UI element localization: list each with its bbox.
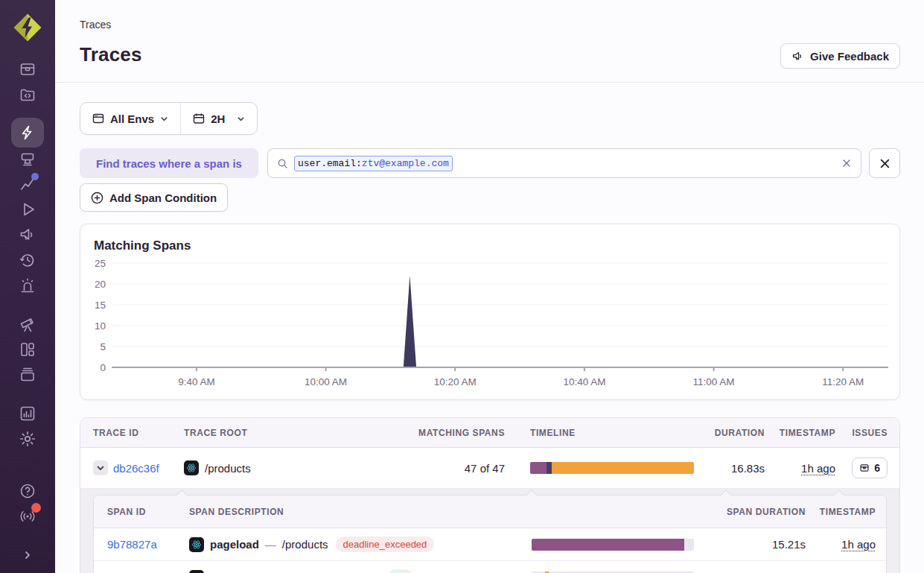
svg-text:11:00 AM: 11:00 AM bbox=[693, 376, 735, 387]
plus-circle-icon bbox=[91, 191, 103, 204]
notification-dot-blue bbox=[31, 173, 39, 180]
span-id-link[interactable]: 9b78827a bbox=[107, 538, 157, 551]
span-row: b7a7e441 GO http.server — GET /organizat… bbox=[94, 561, 886, 573]
give-feedback-label: Give Feedback bbox=[810, 50, 889, 63]
col-span-id: Span ID bbox=[107, 507, 189, 517]
replays-icon[interactable] bbox=[19, 200, 36, 218]
user-feedback-icon[interactable] bbox=[19, 226, 36, 244]
span-description: /products bbox=[282, 538, 328, 551]
issues-icon[interactable] bbox=[19, 60, 36, 78]
time-period-value: 2H bbox=[211, 113, 225, 125]
remove-condition-button[interactable] bbox=[869, 148, 900, 178]
trace-duration: 16.83s bbox=[731, 462, 765, 475]
separator: — bbox=[265, 538, 276, 551]
svg-text:9:40 AM: 9:40 AM bbox=[178, 376, 215, 387]
window-icon bbox=[92, 113, 104, 124]
expanded-trace-area: Span ID Span Description Span Duration T… bbox=[80, 488, 899, 573]
react-platform-icon bbox=[184, 460, 199, 475]
col-span-description: Span Description bbox=[189, 507, 524, 517]
filter-bar: All Envs 2H bbox=[80, 102, 258, 135]
collapse-row-button[interactable] bbox=[93, 460, 108, 475]
find-traces-where-label: Find traces where a span is bbox=[80, 148, 258, 178]
trace-table: Trace ID Trace Root Matching Spans Timel… bbox=[80, 417, 900, 573]
broadcast-icon[interactable] bbox=[19, 507, 36, 525]
svg-text:10:20 AM: 10:20 AM bbox=[434, 376, 477, 387]
react-platform-icon bbox=[189, 537, 204, 552]
span-timestamp[interactable]: 1h ago bbox=[841, 538, 876, 551]
go-platform-icon: GO bbox=[189, 570, 204, 573]
matching-spans-value: 47 of 47 bbox=[465, 462, 505, 475]
notification-dot-red bbox=[31, 503, 41, 513]
svg-text:10:40 AM: 10:40 AM bbox=[563, 376, 605, 387]
clear-search-icon[interactable] bbox=[841, 158, 852, 168]
col-timestamp: Timestamp bbox=[780, 428, 835, 438]
add-span-condition-label: Add Span Condition bbox=[109, 191, 217, 204]
time-period-selector[interactable]: 2H bbox=[181, 103, 257, 134]
span-row: 9b78827a pageload — /products bbox=[94, 528, 886, 561]
col-timeline: Timeline bbox=[505, 428, 713, 438]
chevron-down-icon bbox=[160, 115, 168, 123]
dashboards-icon[interactable] bbox=[19, 341, 36, 358]
trace-table-header: Trace ID Trace Root Matching Spans Timel… bbox=[80, 418, 899, 448]
trace-root-value: /products bbox=[205, 462, 251, 475]
settings-gear-icon[interactable] bbox=[19, 430, 36, 448]
breadcrumb[interactable]: Traces bbox=[80, 19, 111, 31]
archive-icon[interactable] bbox=[19, 366, 36, 384]
chevron-down-icon bbox=[96, 463, 105, 472]
explore-icon[interactable] bbox=[19, 86, 36, 104]
sentry-logo[interactable] bbox=[13, 13, 42, 42]
col-duration: Duration bbox=[715, 428, 765, 438]
issues-count-button[interactable]: 6 bbox=[852, 458, 888, 478]
header-divider bbox=[55, 82, 924, 83]
releases-clock-icon[interactable] bbox=[19, 251, 36, 269]
trace-id-link[interactable]: db26c36f bbox=[113, 462, 159, 475]
token-key: user.email: bbox=[298, 158, 362, 169]
search-filter-token[interactable]: user.email:ztv@example.com bbox=[294, 156, 453, 171]
issues-icon bbox=[859, 463, 870, 473]
main-content: Traces Traces Give Feedback All Envs 2H … bbox=[55, 0, 924, 573]
chart-title: Matching Spans bbox=[94, 238, 191, 253]
trace-row: db26c36f /products 47 of 47 16.83s 1h bbox=[80, 448, 899, 488]
span-table-header: Span ID Span Description Span Duration T… bbox=[94, 496, 886, 528]
col-trace-root: Trace Root bbox=[184, 428, 404, 438]
col-span-timestamp: Timestamp bbox=[820, 507, 876, 517]
svg-text:0: 0 bbox=[100, 362, 106, 373]
traces-nav-item-active[interactable] bbox=[11, 118, 44, 148]
projects-icon[interactable] bbox=[19, 150, 36, 168]
svg-text:10: 10 bbox=[95, 320, 106, 332]
svg-text:11:20 AM: 11:20 AM bbox=[822, 376, 864, 387]
svg-text:25: 25 bbox=[95, 258, 106, 269]
col-matching-spans: Matching Spans bbox=[418, 428, 505, 438]
matching-spans-chart: 05101520259:40 AM10:00 AM10:20 AM10:40 A… bbox=[80, 224, 901, 401]
trace-timestamp[interactable]: 1h ago bbox=[801, 462, 835, 475]
collapse-chevron-icon[interactable] bbox=[19, 546, 36, 564]
stats-icon[interactable] bbox=[19, 405, 36, 422]
issues-count: 6 bbox=[874, 462, 880, 474]
span-duration: 15.21s bbox=[772, 538, 806, 551]
span-duration-bar bbox=[532, 539, 694, 551]
col-span-duration: Span Duration bbox=[727, 507, 806, 517]
close-icon bbox=[879, 158, 890, 169]
svg-text:5: 5 bbox=[100, 341, 106, 352]
token-value: ztv@example.com bbox=[362, 158, 449, 169]
discover-telescope-icon[interactable] bbox=[19, 315, 36, 333]
environment-value: All Envs bbox=[110, 113, 154, 125]
svg-text:20: 20 bbox=[95, 279, 106, 290]
span-op: pageload bbox=[210, 538, 259, 551]
environment-selector[interactable]: All Envs bbox=[80, 103, 180, 134]
help-icon[interactable] bbox=[19, 482, 36, 500]
add-span-condition-button[interactable]: Add Span Condition bbox=[80, 183, 228, 212]
span-status-badge: ok bbox=[388, 569, 413, 573]
insights-icon[interactable] bbox=[19, 175, 36, 193]
span-search-input[interactable]: user.email:ztv@example.com bbox=[267, 148, 861, 178]
give-feedback-button[interactable]: Give Feedback bbox=[780, 43, 900, 69]
chevron-down-icon bbox=[237, 115, 245, 123]
calendar-icon bbox=[193, 113, 205, 124]
page-title: Traces bbox=[80, 43, 142, 66]
svg-text:15: 15 bbox=[95, 300, 106, 311]
col-trace-id: Trace ID bbox=[93, 428, 184, 438]
span-table: Span ID Span Description Span Duration T… bbox=[93, 495, 887, 573]
alerts-siren-icon[interactable] bbox=[19, 276, 36, 294]
search-icon bbox=[277, 158, 288, 169]
svg-text:10:00 AM: 10:00 AM bbox=[305, 376, 347, 387]
